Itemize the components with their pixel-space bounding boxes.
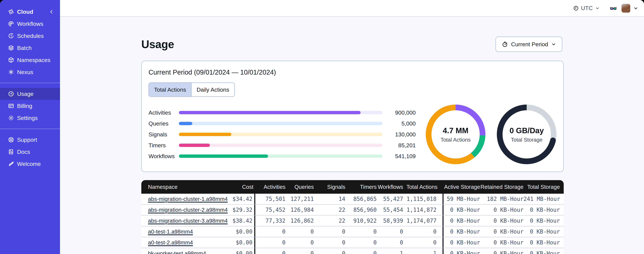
user-menu-button[interactable] (633, 6, 638, 11)
period-selector-button[interactable]: Current Period (496, 36, 562, 52)
cell-signals: 0 (314, 250, 345, 254)
cell-signals: 22 (314, 218, 345, 224)
sidebar-item-usage[interactable]: Usage (0, 88, 60, 100)
collapse-sidebar-button[interactable] (49, 9, 54, 14)
cell-timers: 910,922 (345, 218, 377, 224)
cell-cost: $0.00 (232, 237, 255, 248)
donut-center: 0 GB/Day Total Storage (497, 104, 556, 164)
cell-queries: 0 (286, 228, 314, 235)
billing-card-icon (8, 103, 14, 109)
table-row: a0-test-2.a98mm4$0.000000000 KB-Hour0 KB… (141, 237, 564, 248)
cell-retained_storage: 0 KB-Hour (480, 228, 524, 235)
cell-retained_storage: 0 KB-Hour (480, 218, 524, 224)
bar-fill (179, 122, 192, 125)
cell-total_actions: 1 (403, 248, 444, 254)
cell-total_storage: 241 MB-Hour (524, 196, 564, 202)
charts-row: Activities 900,000 Queries 5,000 Signals (148, 104, 556, 164)
column-header-total-storage: Total Storage (524, 184, 564, 190)
bar-track (179, 122, 382, 125)
usage-gauge-icon (8, 91, 14, 97)
cell-workflows: 1 (377, 250, 403, 254)
cell-workflows: 58,939 (377, 218, 403, 224)
bar-value: 5,000 (382, 120, 416, 127)
sidebar-brand[interactable]: Cloud (0, 6, 60, 18)
period-button-label: Current Period (511, 41, 548, 48)
cell-cost: $29.32 (232, 204, 255, 215)
cell-retained_storage: 0 KB-Hour (480, 239, 524, 246)
chevron-down-icon (633, 6, 638, 11)
sidebar-item-label: Schedules (17, 33, 44, 39)
sidebar-item-support[interactable]: Support (0, 134, 60, 146)
sidebar-item-billing[interactable]: Billing (0, 100, 60, 112)
feedback-glasses-button[interactable] (610, 4, 617, 12)
column-header-timers: Timers (345, 184, 377, 190)
bar-row-queries: Queries 5,000 (148, 118, 416, 129)
table-body: abs-migration-cluster-1.a98mm4$34.4275,5… (141, 194, 564, 254)
namespace-link[interactable]: abs-migration-cluster-1.a98mm4 (148, 196, 228, 202)
cell-workflows: 0 (377, 239, 403, 246)
donut-value: 0 GB/Day (510, 126, 544, 135)
bar-row-workflows: Workflows 541,109 (148, 151, 416, 162)
cell-signals: 0 (314, 228, 345, 235)
table-header-row: Namespace Cost Activities Queries Signal… (141, 180, 564, 194)
donut-charts: 4.7 MM Total Actions 0 GB/Day Total Stor… (426, 104, 556, 164)
sidebar-item-schedules[interactable]: Schedules (0, 30, 60, 42)
clock-icon (573, 6, 579, 11)
sidebar-item-nexus[interactable]: Nexus (0, 66, 60, 78)
namespace-link[interactable]: bk-worker-test.a98mm4 (148, 250, 206, 254)
bar-fill (179, 144, 210, 147)
batch-layers-icon (8, 45, 14, 51)
cell-cost: $0.00 (232, 248, 255, 254)
cell-queries: 126,984 (286, 206, 314, 213)
bar-fill (179, 154, 268, 158)
tab-daily-actions[interactable]: Daily Actions (191, 83, 234, 96)
tab-total-actions[interactable]: Total Actions (149, 83, 191, 96)
sidebar-item-settings[interactable]: Settings (0, 112, 60, 124)
cell-queries: 126,862 (286, 218, 314, 224)
sidebar-item-label: Billing (17, 103, 32, 109)
cell-total_actions: 1,114,872 (403, 204, 444, 215)
sidebar-item-label: Workflows (17, 20, 43, 27)
cell-activities: 77,332 (255, 218, 286, 224)
bar-label: Queries (148, 120, 179, 127)
namespace-link[interactable]: a0-test-1.a98mm4 (148, 228, 193, 235)
cell-timers: 0 (345, 228, 377, 235)
cell-timers: 856,960 (345, 206, 377, 213)
usage-summary-card: Current Period (09/01/2024 — 10/01/2024)… (141, 61, 564, 172)
sidebar-item-docs[interactable]: Docs (0, 146, 60, 158)
namespace-link[interactable]: abs-migration-cluster-2.a98mm4 (148, 207, 228, 214)
cell-timers: 0 (345, 239, 377, 246)
sidebar-item-label: Welcome (17, 161, 41, 167)
cell-active_storage: 59 MB-Hour (444, 196, 480, 202)
sidebar-item-welcome[interactable]: Welcome (0, 158, 60, 170)
sidebar-item-label: Docs (17, 148, 30, 155)
sidebar-item-label: Usage (17, 91, 34, 97)
sidebar-item-workflows[interactable]: Workflows (0, 18, 60, 30)
cell-retained_storage: 0 KB-Hour (480, 206, 524, 213)
sidebar-item-batch[interactable]: Batch (0, 42, 60, 54)
sidebar-item-namespaces[interactable]: Namespaces (0, 54, 60, 66)
namespace-link[interactable]: a0-test-2.a98mm4 (148, 240, 193, 246)
column-header-queries: Queries (286, 184, 314, 190)
schedules-icon (8, 33, 14, 39)
sidebar-item-label: Namespaces (17, 57, 50, 63)
cell-total_actions: 1,115,018 (403, 194, 444, 204)
sidebar-divider (0, 83, 60, 83)
bar-track (179, 133, 382, 136)
bar-row-signals: Signals 130,000 (148, 129, 416, 140)
namespace-link[interactable]: abs-migration-cluster-3.a98mm4 (148, 218, 228, 224)
cell-retained_storage: 182 MB-Hour (480, 196, 524, 202)
actions-bar-chart: Activities 900,000 Queries 5,000 Signals (148, 107, 416, 162)
donut-label: Total Actions (440, 137, 471, 143)
topbar: UTC (60, 0, 644, 17)
column-header-active-storage: Active Storage (444, 184, 480, 190)
sidebar: Cloud Workflows Schedules Batch (0, 0, 60, 254)
cell-timers: 0 (345, 250, 377, 254)
user-avatar[interactable] (622, 4, 630, 12)
table-row: abs-migration-cluster-1.a98mm4$34.4275,5… (141, 194, 564, 204)
timezone-selector[interactable]: UTC (573, 5, 600, 12)
page-header: Usage Current Period (141, 36, 562, 52)
cell-activities: 75,501 (255, 196, 286, 202)
table-row: abs-migration-cluster-2.a98mm4$29.3275,4… (141, 204, 564, 216)
cell-cost: $34.42 (232, 194, 255, 204)
